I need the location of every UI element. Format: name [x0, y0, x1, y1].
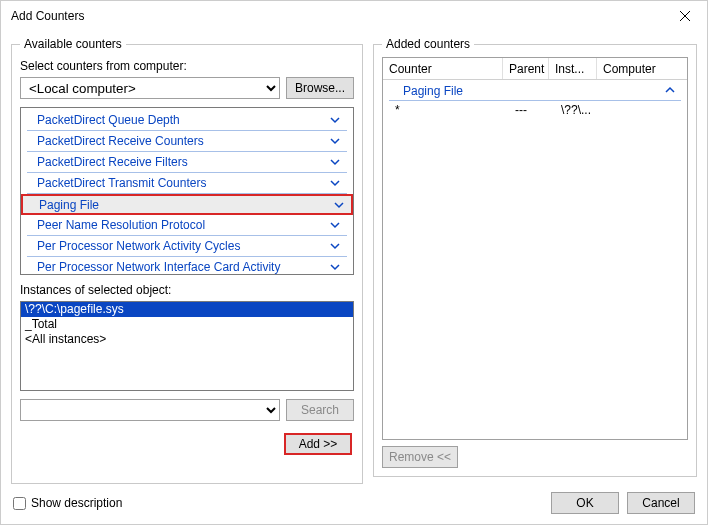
close-button[interactable]: [662, 1, 707, 31]
added-group-name: Paging File: [403, 84, 665, 98]
chevron-down-icon: [329, 219, 341, 231]
close-icon: [680, 9, 690, 24]
instances-list[interactable]: \??\C:\pagefile.sys_Total<All instances>: [20, 301, 354, 391]
counter-item-label: PacketDirect Receive Filters: [37, 155, 329, 169]
cell-counter: *: [389, 103, 509, 117]
available-counters-panel: Available counters Select counters from …: [11, 37, 363, 484]
instance-item[interactable]: _Total: [21, 317, 353, 332]
ok-button[interactable]: OK: [551, 492, 619, 514]
chevron-down-icon: [329, 177, 341, 189]
titlebar: Add Counters: [1, 1, 707, 31]
counter-item-label: PacketDirect Transmit Counters: [37, 176, 329, 190]
browse-button[interactable]: Browse...: [286, 77, 354, 99]
counters-list[interactable]: PacketDirect Queue DepthPacketDirect Rec…: [20, 107, 354, 275]
chevron-down-icon: [333, 199, 345, 211]
added-counters-panel: Added counters Counter Parent Inst... Co…: [373, 37, 697, 484]
counter-item-label: PacketDirect Queue Depth: [37, 113, 329, 127]
cell-parent: ---: [509, 103, 555, 117]
add-counters-dialog: Add Counters Available counters Select c…: [0, 0, 708, 525]
select-computer-label: Select counters from computer:: [20, 59, 354, 73]
counter-item[interactable]: PacketDirect Receive Filters: [27, 152, 347, 173]
counter-item[interactable]: PacketDirect Transmit Counters: [27, 173, 347, 194]
search-button[interactable]: Search: [286, 399, 354, 421]
table-row[interactable]: *---\??\...: [383, 101, 687, 119]
instance-search-select[interactable]: [20, 399, 280, 421]
instances-label: Instances of selected object:: [20, 283, 354, 297]
counter-item[interactable]: Peer Name Resolution Protocol: [27, 215, 347, 236]
chevron-down-icon: [329, 114, 341, 126]
show-description-label: Show description: [31, 496, 122, 510]
column-parent[interactable]: Parent: [503, 58, 549, 79]
counter-item[interactable]: Per Processor Network Activity Cycles: [27, 236, 347, 257]
available-counters-legend: Available counters: [20, 37, 126, 51]
instance-item[interactable]: <All instances>: [21, 332, 353, 347]
chevron-down-icon: [329, 240, 341, 252]
counter-item-label: Peer Name Resolution Protocol: [37, 218, 329, 232]
added-counters-legend: Added counters: [382, 37, 474, 51]
column-computer[interactable]: Computer: [597, 58, 687, 79]
chevron-up-icon: [665, 84, 675, 98]
dialog-footer: Show description OK Cancel: [1, 484, 707, 524]
counter-item-label: Paging File: [39, 198, 333, 212]
counter-item[interactable]: PacketDirect Receive Counters: [27, 131, 347, 152]
cell-computer: [603, 103, 687, 117]
computer-select[interactable]: <Local computer>: [20, 77, 280, 99]
remove-button[interactable]: Remove <<: [382, 446, 458, 468]
instance-item[interactable]: \??\C:\pagefile.sys: [21, 302, 353, 317]
counter-item[interactable]: Paging File: [21, 194, 353, 215]
cell-inst: \??\...: [555, 103, 603, 117]
show-description-checkbox[interactable]: Show description: [13, 496, 122, 510]
table-header: Counter Parent Inst... Computer: [383, 58, 687, 80]
window-title: Add Counters: [11, 9, 662, 23]
column-inst[interactable]: Inst...: [549, 58, 597, 79]
counter-item-label: Per Processor Network Interface Card Act…: [37, 260, 329, 274]
chevron-down-icon: [329, 261, 341, 273]
added-counters-table: Counter Parent Inst... Computer Paging F…: [382, 57, 688, 440]
counter-item-label: PacketDirect Receive Counters: [37, 134, 329, 148]
counter-item[interactable]: Per Processor Network Interface Card Act…: [27, 257, 347, 275]
show-description-input[interactable]: [13, 497, 26, 510]
added-group-row[interactable]: Paging File: [389, 82, 681, 101]
counter-item-label: Per Processor Network Activity Cycles: [37, 239, 329, 253]
chevron-down-icon: [329, 135, 341, 147]
cancel-button[interactable]: Cancel: [627, 492, 695, 514]
counter-item[interactable]: PacketDirect Queue Depth: [27, 110, 347, 131]
chevron-down-icon: [329, 156, 341, 168]
column-counter[interactable]: Counter: [383, 58, 503, 79]
add-button[interactable]: Add >>: [284, 433, 352, 455]
